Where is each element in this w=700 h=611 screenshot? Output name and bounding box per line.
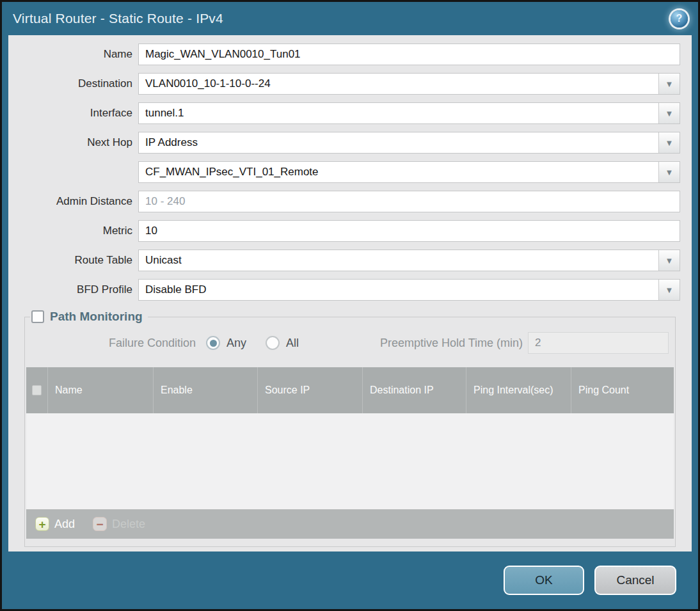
form-row-route-table: Route Table Unicast ▼ xyxy=(8,250,680,271)
path-monitoring-section: Path Monitoring Failure Condition Any Al… xyxy=(24,310,676,547)
failure-condition-any-radio[interactable] xyxy=(206,336,220,350)
help-icon[interactable]: ? xyxy=(671,10,688,28)
chevron-down-icon[interactable]: ▼ xyxy=(658,250,680,271)
name-input[interactable] xyxy=(138,44,680,65)
select-all-checkbox[interactable] xyxy=(32,385,42,395)
column-header-ping-count: Ping Count xyxy=(571,367,674,413)
chevron-down-icon[interactable]: ▼ xyxy=(658,280,680,300)
destination-select[interactable]: VLAN0010_10-1-10-0--24 ▼ xyxy=(138,73,680,95)
add-button[interactable]: + Add xyxy=(35,517,75,531)
route-table-value: Unicast xyxy=(139,250,658,271)
admin-distance-label: Admin Distance xyxy=(8,195,132,208)
bfd-profile-value: Disable BFD xyxy=(139,280,658,300)
form-row-admin-distance: Admin Distance xyxy=(8,191,680,212)
ok-button[interactable]: OK xyxy=(504,566,584,595)
form-row-bfd-profile: BFD Profile Disable BFD ▼ xyxy=(8,279,680,301)
delete-button-label: Delete xyxy=(112,518,145,531)
chevron-down-icon[interactable]: ▼ xyxy=(658,132,680,153)
delete-icon: − xyxy=(93,517,107,531)
table-empty-body xyxy=(26,413,674,509)
title-bar: Virtual Router - Static Route - IPv4 ? xyxy=(2,2,698,35)
form-row-destination: Destination VLAN0010_10-1-10-0--24 ▼ xyxy=(8,73,680,95)
dialog-footer: OK Cancel xyxy=(2,551,698,609)
next-hop-type-value: IP Address xyxy=(139,132,658,153)
add-button-label: Add xyxy=(54,518,75,531)
chevron-down-icon[interactable]: ▼ xyxy=(658,162,680,182)
column-header-destination-ip: Destination IP xyxy=(362,367,466,413)
path-monitoring-table: Name Enable Source IP Destination IP Pin… xyxy=(26,367,674,539)
table-header-select-all xyxy=(26,367,47,413)
column-header-source-ip: Source IP xyxy=(257,367,362,413)
name-label: Name xyxy=(8,48,132,61)
form-row-next-hop: Next Hop IP Address ▼ xyxy=(8,132,680,154)
form-row-interface: Interface tunnel.1 ▼ xyxy=(8,102,680,124)
add-icon: + xyxy=(35,517,49,531)
metric-input[interactable] xyxy=(138,220,680,242)
preemptive-hold-time-input[interactable] xyxy=(528,332,669,354)
next-hop-label: Next Hop xyxy=(8,136,132,149)
metric-label: Metric xyxy=(8,225,132,237)
route-table-select[interactable]: Unicast ▼ xyxy=(138,250,680,271)
dialog-title: Virtual Router - Static Route - IPv4 xyxy=(13,11,223,26)
column-header-ping-interval: Ping Interval(sec) xyxy=(466,367,571,413)
interface-label: Interface xyxy=(8,107,132,120)
failure-condition-any-label: Any xyxy=(227,337,246,350)
chevron-down-icon[interactable]: ▼ xyxy=(658,103,680,123)
cancel-button[interactable]: Cancel xyxy=(594,566,676,595)
table-header-row: Name Enable Source IP Destination IP Pin… xyxy=(26,367,674,413)
bfd-profile-select[interactable]: Disable BFD ▼ xyxy=(138,279,680,301)
failure-condition-all-radio[interactable] xyxy=(266,336,280,350)
dialog-body: Name Destination VLAN0010_10-1-10-0--24 … xyxy=(8,35,692,551)
route-table-label: Route Table xyxy=(8,254,132,267)
preemptive-hold-time-label: Preemptive Hold Time (min) xyxy=(380,337,523,350)
admin-distance-input[interactable] xyxy=(138,191,680,212)
path-monitoring-legend: Path Monitoring xyxy=(30,310,148,324)
form-row-metric: Metric xyxy=(8,220,680,242)
destination-value: VLAN0010_10-1-10-0--24 xyxy=(139,74,658,94)
table-action-bar: + Add − Delete xyxy=(26,509,674,539)
failure-condition-all-label: All xyxy=(286,337,299,350)
form-row-next-hop-address: CF_MWAN_IPsec_VTI_01_Remote ▼ xyxy=(8,161,680,183)
column-header-enable: Enable xyxy=(153,367,257,413)
destination-label: Destination xyxy=(8,77,132,90)
column-header-name: Name xyxy=(47,367,153,413)
form-row-name: Name xyxy=(8,44,680,65)
interface-select[interactable]: tunnel.1 ▼ xyxy=(138,102,680,124)
delete-button[interactable]: − Delete xyxy=(93,517,145,531)
next-hop-address-value: CF_MWAN_IPsec_VTI_01_Remote xyxy=(139,162,658,182)
chevron-down-icon[interactable]: ▼ xyxy=(658,74,680,94)
path-monitoring-checkbox[interactable] xyxy=(31,310,44,323)
path-monitoring-title: Path Monitoring xyxy=(50,310,143,324)
next-hop-type-select[interactable]: IP Address ▼ xyxy=(138,132,680,154)
dialog-window: Virtual Router - Static Route - IPv4 ? N… xyxy=(0,0,700,611)
failure-condition-row: Failure Condition Any All Preemptive Hol… xyxy=(26,331,674,354)
next-hop-address-select[interactable]: CF_MWAN_IPsec_VTI_01_Remote ▼ xyxy=(138,161,680,183)
bfd-profile-label: BFD Profile xyxy=(8,283,132,296)
failure-condition-label: Failure Condition xyxy=(26,337,196,350)
interface-value: tunnel.1 xyxy=(139,103,658,123)
